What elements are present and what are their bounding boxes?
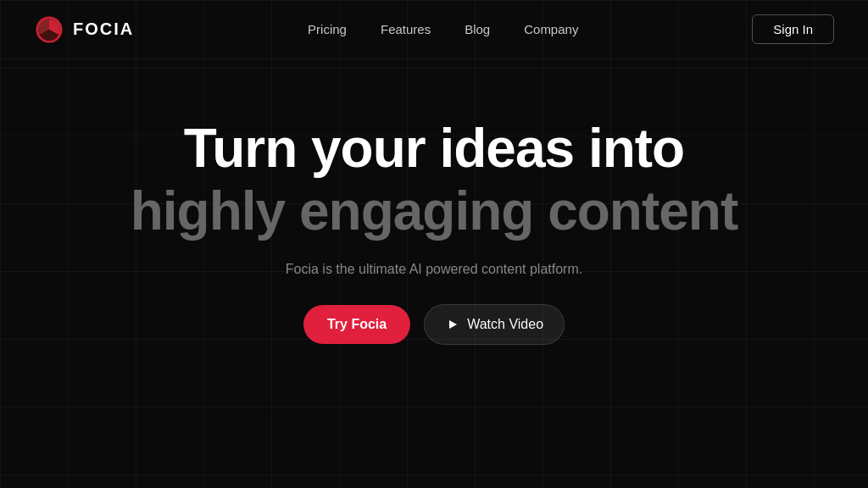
nav-link-pricing[interactable]: Pricing [308, 22, 347, 36]
navbar: FOCIA Pricing Features Blog Company Sign… [0, 0, 868, 59]
nav-links: Pricing Features Blog Company [308, 22, 578, 36]
logo-text: FOCIA [73, 19, 134, 39]
nav-link-features[interactable]: Features [381, 22, 431, 36]
watch-video-label: Watch Video [467, 317, 543, 332]
logo[interactable]: FOCIA [34, 14, 134, 45]
play-icon [445, 317, 460, 332]
focia-logo-icon [34, 14, 64, 45]
sign-in-button[interactable]: Sign In [752, 14, 834, 44]
try-focia-button[interactable]: Try Focia [303, 305, 410, 344]
hero-section: Turn your ideas into highly engaging con… [0, 59, 868, 379]
hero-title-line2: highly engaging content [131, 181, 738, 241]
hero-buttons: Try Focia Watch Video [303, 304, 565, 345]
hero-title-line1: Turn your ideas into [131, 119, 738, 178]
hero-subtitle: Focia is the ultimate AI powered content… [286, 262, 582, 277]
nav-link-blog[interactable]: Blog [465, 22, 490, 36]
nav-link-company[interactable]: Company [524, 22, 578, 36]
watch-video-button[interactable]: Watch Video [424, 304, 565, 345]
